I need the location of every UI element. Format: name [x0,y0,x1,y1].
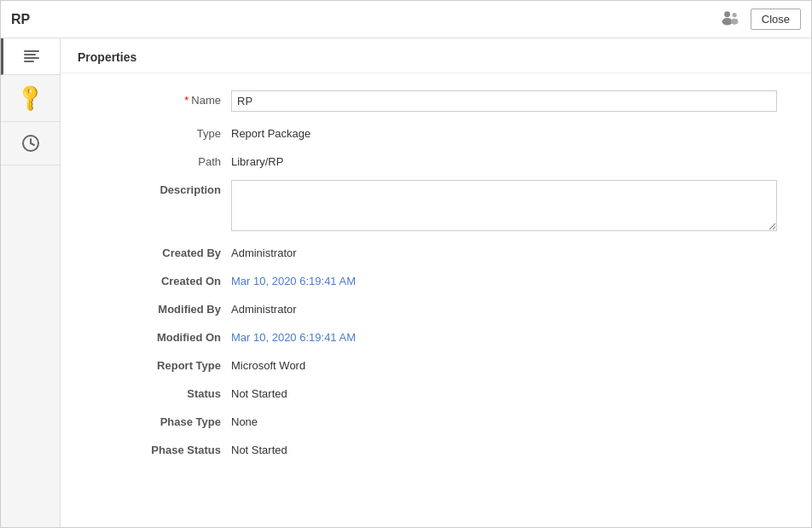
description-label: Description [129,180,231,196]
created-on-label: Created On [129,271,231,287]
svg-line-6 [31,143,34,145]
svg-point-0 [724,11,730,17]
created-by-value: Administrator [231,243,777,259]
report-type-row: Report Type Microsoft Word [129,356,786,372]
required-star: * [184,94,188,107]
created-by-label: Created By [129,243,231,259]
svg-point-3 [731,19,739,25]
modified-by-row: Modified By Administrator [129,299,786,316]
sidebar: 🔑 [1,38,61,527]
svg-point-1 [722,18,732,26]
phase-type-row: Phase Type None [129,412,786,428]
description-input[interactable] [231,180,777,231]
created-by-row: Created By Administrator [129,243,786,259]
status-label: Status [129,384,231,400]
sidebar-item-permissions[interactable]: 🔑 [1,75,60,122]
section-title: Properties [61,38,811,73]
phase-type-label: Phase Type [129,412,231,428]
modified-on-value: Mar 10, 2020 6:19:41 AM [231,328,777,344]
sidebar-item-history[interactable] [1,122,60,165]
window-title: RP [11,12,30,27]
main-layout: 🔑 Properties *Name [1,38,811,527]
title-bar: RP Close [1,1,811,38]
phase-status-value: Not Started [231,440,777,456]
title-bar-actions: Close [716,6,801,32]
phase-type-value: None [231,412,777,428]
phase-status-label: Phase Status [129,440,231,456]
report-type-value: Microsoft Word [231,356,777,372]
user-management-button[interactable] [716,6,744,32]
content-area: Properties *Name Type Report Package Pat… [61,38,811,527]
path-value: Library/RP [231,152,777,168]
list-icon [24,50,39,62]
name-row: *Name [129,90,786,112]
path-label: Path [129,152,231,168]
status-row: Status Not Started [129,384,786,400]
type-row: Type Report Package [129,124,786,140]
users-icon [720,9,740,26]
properties-form: *Name Type Report Package Path Library/R… [61,73,811,485]
status-value: Not Started [231,384,777,400]
main-window: RP Close [0,0,812,528]
modified-on-label: Modified On [129,328,231,344]
type-value: Report Package [231,124,777,140]
type-label: Type [129,124,231,140]
close-button[interactable]: Close [751,9,801,30]
key-icon: 🔑 [14,82,46,113]
description-row: Description [129,180,786,231]
name-input[interactable] [231,90,777,112]
name-label: *Name [129,90,231,107]
modified-on-row: Modified On Mar 10, 2020 6:19:41 AM [129,328,786,344]
report-type-label: Report Type [129,356,231,372]
svg-point-2 [732,13,736,17]
modified-by-value: Administrator [231,299,777,316]
created-on-row: Created On Mar 10, 2020 6:19:41 AM [129,271,786,287]
sidebar-item-properties[interactable] [1,38,60,75]
path-row: Path Library/RP [129,152,786,168]
phase-status-row: Phase Status Not Started [129,440,786,456]
created-on-value: Mar 10, 2020 6:19:41 AM [231,271,777,287]
modified-by-label: Modified By [129,299,231,316]
clock-icon [21,134,40,153]
